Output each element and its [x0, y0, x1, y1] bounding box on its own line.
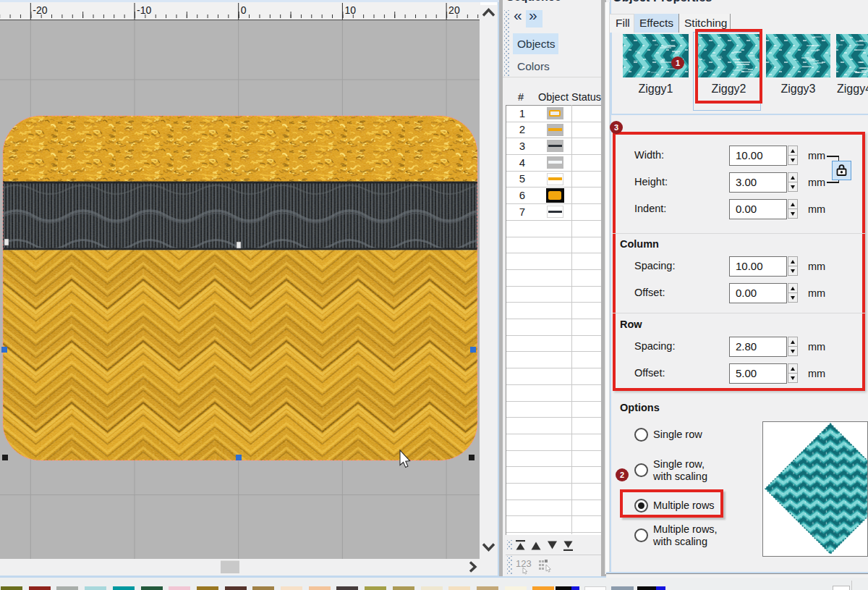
svg-text:-20: -20 — [33, 4, 47, 16]
svg-text:10: 10 — [344, 4, 356, 16]
svg-text:-10: -10 — [137, 4, 151, 16]
svg-text:123: 123 — [516, 558, 532, 569]
svg-text:0: 0 — [241, 4, 247, 16]
svg-text:20: 20 — [448, 4, 460, 16]
